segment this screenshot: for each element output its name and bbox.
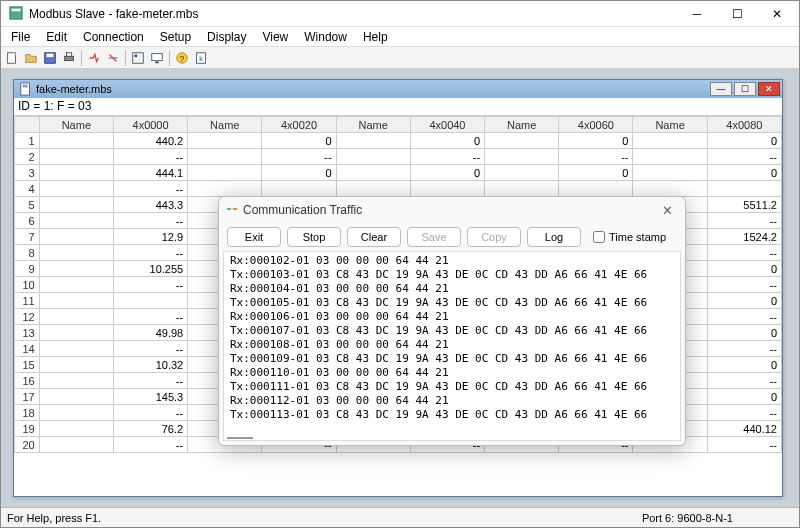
col-header[interactable]: 4x0020 — [262, 117, 336, 133]
row-number[interactable]: 16 — [15, 373, 40, 389]
cell[interactable] — [336, 181, 410, 197]
menu-file[interactable]: File — [3, 28, 38, 46]
cell[interactable]: 0 — [707, 133, 781, 149]
timestamp-checkbox[interactable] — [593, 231, 605, 243]
col-header[interactable]: Name — [336, 117, 410, 133]
cell[interactable] — [707, 181, 781, 197]
cell[interactable]: -- — [113, 405, 187, 421]
cell[interactable]: 10.32 — [113, 357, 187, 373]
new-icon[interactable] — [3, 49, 21, 67]
row-number[interactable]: 7 — [15, 229, 40, 245]
cell[interactable] — [485, 181, 559, 197]
cell[interactable] — [39, 229, 113, 245]
cell[interactable]: 0 — [707, 165, 781, 181]
cell[interactable]: 10.255 — [113, 261, 187, 277]
cell[interactable] — [39, 165, 113, 181]
row-number[interactable]: 3 — [15, 165, 40, 181]
cell[interactable]: -- — [707, 437, 781, 453]
cell[interactable]: -- — [410, 149, 484, 165]
menu-setup[interactable]: Setup — [152, 28, 199, 46]
cell[interactable] — [188, 133, 262, 149]
cell[interactable]: -- — [707, 405, 781, 421]
menu-connection[interactable]: Connection — [75, 28, 152, 46]
cell[interactable]: -- — [262, 149, 336, 165]
cell[interactable]: 0 — [262, 165, 336, 181]
cell[interactable]: 0 — [559, 133, 633, 149]
disconnect-icon[interactable] — [104, 49, 122, 67]
col-header[interactable]: 4x0000 — [113, 117, 187, 133]
cell[interactable] — [39, 437, 113, 453]
child-minimize-button[interactable]: — — [710, 82, 732, 96]
cell[interactable] — [39, 373, 113, 389]
close-button[interactable]: ✕ — [757, 2, 797, 26]
table-row[interactable]: 1440.20000 — [15, 133, 782, 149]
cell[interactable] — [485, 165, 559, 181]
cell[interactable]: -- — [707, 341, 781, 357]
child-maximize-button[interactable]: ☐ — [734, 82, 756, 96]
traffic-stop-button[interactable]: Stop — [287, 227, 341, 247]
cell[interactable]: -- — [707, 149, 781, 165]
cell[interactable] — [262, 181, 336, 197]
cell[interactable]: 0 — [707, 261, 781, 277]
cell[interactable]: -- — [113, 245, 187, 261]
cell[interactable] — [188, 181, 262, 197]
minimize-button[interactable]: ─ — [677, 2, 717, 26]
cell[interactable] — [39, 341, 113, 357]
row-number[interactable]: 4 — [15, 181, 40, 197]
row-number[interactable]: 17 — [15, 389, 40, 405]
cell[interactable]: -- — [113, 277, 187, 293]
cell[interactable]: 0 — [410, 133, 484, 149]
open-icon[interactable] — [22, 49, 40, 67]
row-number[interactable]: 19 — [15, 421, 40, 437]
cell[interactable] — [336, 133, 410, 149]
row-number[interactable]: 5 — [15, 197, 40, 213]
row-number[interactable]: 2 — [15, 149, 40, 165]
cell[interactable] — [39, 357, 113, 373]
row-number[interactable]: 20 — [15, 437, 40, 453]
cell[interactable] — [559, 181, 633, 197]
cell[interactable] — [485, 149, 559, 165]
cell[interactable] — [39, 389, 113, 405]
cell[interactable] — [188, 149, 262, 165]
print-icon[interactable] — [60, 49, 78, 67]
table-row[interactable]: 3444.10000 — [15, 165, 782, 181]
traffic-log-button[interactable]: Log — [527, 227, 581, 247]
cell[interactable]: 443.3 — [113, 197, 187, 213]
connect-icon[interactable] — [85, 49, 103, 67]
cell[interactable] — [336, 149, 410, 165]
setup-icon[interactable] — [129, 49, 147, 67]
cell[interactable] — [39, 197, 113, 213]
cell[interactable] — [336, 165, 410, 181]
traffic-clear-button[interactable]: Clear — [347, 227, 401, 247]
cell[interactable]: 12.9 — [113, 229, 187, 245]
cell[interactable]: -- — [113, 149, 187, 165]
cell[interactable]: 0 — [707, 293, 781, 309]
traffic-close-button[interactable]: ✕ — [655, 200, 679, 220]
cell[interactable]: 444.1 — [113, 165, 187, 181]
cell[interactable]: 76.2 — [113, 421, 187, 437]
cell[interactable] — [485, 133, 559, 149]
col-header[interactable]: Name — [485, 117, 559, 133]
help-icon[interactable]: ? — [173, 49, 191, 67]
traffic-scrollbar[interactable] — [227, 437, 253, 439]
cell[interactable] — [39, 277, 113, 293]
child-close-button[interactable]: ✕ — [758, 82, 780, 96]
about-icon[interactable]: k — [192, 49, 210, 67]
row-number[interactable]: 18 — [15, 405, 40, 421]
display-icon[interactable] — [148, 49, 166, 67]
cell[interactable] — [39, 293, 113, 309]
cell[interactable] — [633, 165, 707, 181]
cell[interactable]: -- — [707, 309, 781, 325]
cell[interactable]: -- — [113, 341, 187, 357]
cell[interactable] — [39, 421, 113, 437]
cell[interactable]: 5511.2 — [707, 197, 781, 213]
cell[interactable] — [39, 245, 113, 261]
col-header[interactable]: 4x0060 — [559, 117, 633, 133]
menu-help[interactable]: Help — [355, 28, 396, 46]
cell[interactable]: 440.2 — [113, 133, 187, 149]
cell[interactable] — [410, 181, 484, 197]
timestamp-checkbox-label[interactable]: Time stamp — [593, 231, 666, 243]
save-icon[interactable] — [41, 49, 59, 67]
cell[interactable] — [633, 181, 707, 197]
col-header[interactable]: Name — [633, 117, 707, 133]
